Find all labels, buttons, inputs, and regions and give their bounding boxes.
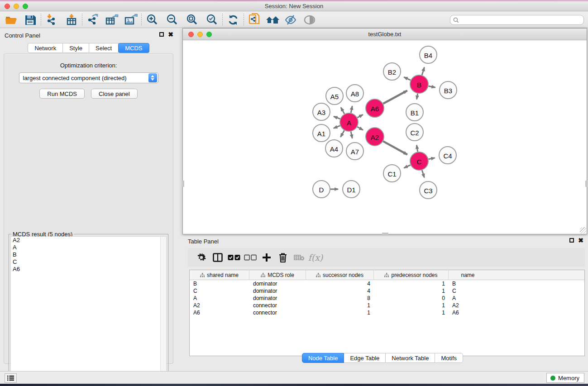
memory-button[interactable]: Memory: [546, 373, 584, 383]
tab-network-table[interactable]: Network Table: [386, 353, 435, 363]
cell-shared-name[interactable]: A: [190, 295, 249, 302]
network-graph[interactable]: AA1A2A3A4A5A6A7A8BB1B2B3B4CC1C2C3C4DD1: [183, 40, 587, 234]
mcds-result-list[interactable]: A2ABCA6: [10, 236, 167, 385]
cell-MCDS-role[interactable]: connector: [249, 302, 306, 309]
left-scroll-nub[interactable]: [182, 181, 184, 187]
edge-A-A3[interactable]: [334, 116, 340, 119]
refresh-icon[interactable]: [225, 13, 241, 27]
cell-shared-name[interactable]: C: [190, 287, 249, 295]
close-panel-button[interactable]: Close panel: [91, 89, 138, 99]
cell-predecessor-nodes[interactable]: 0: [374, 295, 449, 302]
zoom-selected-icon[interactable]: [204, 13, 220, 27]
edge-A-A8[interactable]: [351, 106, 352, 113]
hide-panel-icon[interactable]: [283, 13, 298, 27]
float-panel-icon[interactable]: [159, 32, 164, 37]
edge-A-A2[interactable]: [357, 127, 363, 130]
search-field[interactable]: [450, 15, 584, 25]
result-item[interactable]: C: [11, 258, 166, 266]
edge-C-C1[interactable]: [404, 165, 410, 168]
edge-A-A5[interactable]: [341, 107, 344, 114]
export-table-icon[interactable]: [104, 13, 120, 27]
edge-A2-C[interactable]: [383, 141, 407, 154]
result-list-scrollbar[interactable]: [160, 237, 166, 385]
cell-MCDS-role[interactable]: connector: [249, 309, 306, 316]
table-row[interactable]: Bdominator41B: [190, 280, 584, 287]
open-session-icon[interactable]: [4, 13, 19, 27]
cell-MCDS-role[interactable]: dominator: [249, 295, 306, 302]
cell-name[interactable]: B: [449, 280, 487, 287]
task-history-button[interactable]: [5, 373, 17, 383]
table-row[interactable]: A6connector11A6: [190, 309, 584, 316]
cell-name[interactable]: C: [449, 287, 487, 295]
column-header-successor-nodes[interactable]: successor nodes: [306, 270, 374, 280]
cell-successor-nodes[interactable]: 1: [306, 302, 374, 309]
run-mcds-button[interactable]: Run MCDS: [39, 89, 85, 99]
result-item[interactable]: A6: [11, 266, 166, 273]
resize-grip[interactable]: [580, 227, 586, 234]
criterion-dropdown[interactable]: largest connected component (directed): [19, 72, 158, 83]
cell-name[interactable]: A2: [449, 302, 487, 309]
zoom-out-icon[interactable]: [164, 13, 180, 27]
edge-C-C4[interactable]: [429, 158, 435, 159]
result-item[interactable]: A2: [11, 237, 166, 244]
column-header-name[interactable]: name: [449, 270, 487, 280]
save-session-icon[interactable]: [23, 13, 38, 27]
cell-MCDS-role[interactable]: dominator: [249, 287, 306, 295]
export-image-icon[interactable]: [123, 13, 139, 27]
tab-network[interactable]: Network: [28, 43, 63, 53]
reset-view-icon[interactable]: [265, 13, 280, 27]
import-table-icon[interactable]: [64, 13, 79, 27]
cell-successor-nodes[interactable]: 4: [306, 287, 374, 295]
show-column-icon[interactable]: [210, 251, 226, 264]
show-graphics-details-icon[interactable]: [302, 13, 317, 27]
edge-C-C2[interactable]: [416, 145, 417, 152]
tab-style[interactable]: Style: [63, 43, 89, 53]
right-scroll-nub[interactable]: [585, 181, 587, 187]
zoom-in-icon[interactable]: [144, 13, 160, 27]
cell-predecessor-nodes[interactable]: 1: [374, 302, 449, 309]
edge-B-B2[interactable]: [404, 77, 411, 80]
result-item[interactable]: B: [11, 251, 166, 258]
cell-shared-name[interactable]: B: [190, 280, 249, 287]
tab-select[interactable]: Select: [89, 43, 119, 53]
delete-column-icon[interactable]: [275, 251, 291, 264]
create-column-icon[interactable]: [258, 251, 275, 264]
tab-mcds[interactable]: MCDS: [118, 43, 149, 53]
float-table-panel-icon[interactable]: [569, 238, 574, 243]
edge-A-A7[interactable]: [351, 132, 352, 138]
tab-edge-table[interactable]: Edge Table: [344, 353, 386, 363]
function-builder-icon[interactable]: f(x): [307, 251, 324, 264]
table-row[interactable]: Cdominator41C: [190, 287, 584, 295]
edge-A-A6[interactable]: [357, 114, 363, 118]
cell-predecessor-nodes[interactable]: 1: [374, 309, 449, 316]
node-table[interactable]: shared nameMCDS rolesuccessor nodesprede…: [189, 270, 585, 356]
cell-successor-nodes[interactable]: 8: [306, 295, 374, 302]
zoom-fit-icon[interactable]: [184, 13, 200, 27]
edge-B-B3[interactable]: [429, 86, 435, 87]
export-network-icon[interactable]: [85, 13, 100, 27]
close-table-panel-icon[interactable]: ✖: [578, 238, 583, 243]
tab-node-table[interactable]: Node Table: [302, 353, 344, 363]
column-header-predecessor-nodes[interactable]: predecessor nodes: [374, 270, 449, 280]
unselect-all-columns-icon[interactable]: [242, 251, 258, 264]
column-header-MCDS-role[interactable]: MCDS role: [249, 270, 306, 280]
edge-C-C3[interactable]: [422, 170, 424, 177]
close-panel-icon[interactable]: ✖: [168, 32, 173, 37]
edge-B-B1[interactable]: [417, 94, 418, 100]
edge-A6-B[interactable]: [383, 91, 407, 104]
table-options-icon[interactable]: [193, 251, 210, 264]
edge-A-A4[interactable]: [340, 130, 344, 137]
cell-name[interactable]: A6: [449, 309, 487, 316]
titlebar[interactable]: Session: New Session: [0, 1, 588, 11]
tab-motifs[interactable]: Motifs: [435, 353, 463, 363]
select-all-columns-icon[interactable]: [226, 251, 242, 264]
table-row[interactable]: Adominator80A: [190, 295, 584, 302]
cell-predecessor-nodes[interactable]: 1: [374, 287, 449, 295]
import-network-icon[interactable]: [44, 13, 59, 27]
cell-successor-nodes[interactable]: 4: [306, 280, 374, 287]
table-row[interactable]: A2connector11A2: [190, 302, 584, 309]
edge-A-A1[interactable]: [334, 126, 340, 129]
network-canvas[interactable]: AA1A2A3A4A5A6A7A8BB1B2B3B4CC1C2C3C4DD1: [183, 40, 587, 234]
cell-successor-nodes[interactable]: 1: [306, 309, 374, 316]
search-input[interactable]: [461, 17, 583, 23]
